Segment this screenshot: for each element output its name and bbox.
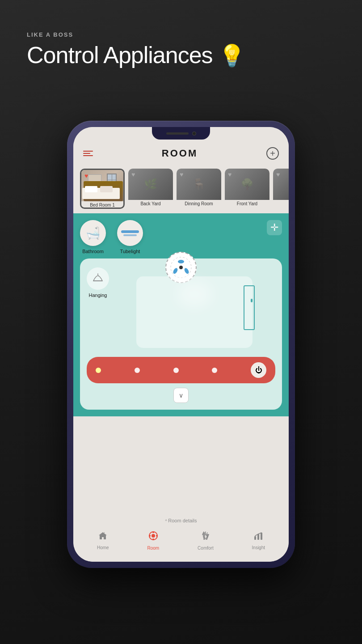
speed-dot-1[interactable] — [96, 368, 101, 373]
room-label-bedroom1: Bed Room 1 — [81, 201, 123, 208]
room-nav-icon — [148, 530, 159, 544]
svg-point-4 — [179, 266, 183, 269]
header-section: LIKE A BOSS Control Appliances 💡 — [27, 31, 245, 68]
bathroom-icon[interactable]: 🛁 — [80, 220, 106, 246]
phone-screen: ROOM + — [73, 127, 289, 562]
speaker — [166, 132, 189, 135]
bottom-section: ^ Room details Home — [73, 516, 289, 562]
room-card-extra[interactable]: ♥ — [273, 169, 289, 209]
room-label-dining: Dinning Room — [177, 200, 221, 207]
favorite-heart-bedroom1[interactable]: ♥ — [84, 172, 88, 179]
home-nav-icon — [98, 531, 108, 543]
svg-point-1 — [178, 260, 184, 263]
phone-notch — [152, 127, 210, 140]
teal-section: 🛁 Bathroom Tubelight ✛ — [73, 213, 289, 416]
svg-point-7 — [152, 534, 155, 538]
svg-point-11 — [156, 535, 158, 537]
speed-toggle-button[interactable]: ⏻ — [251, 362, 266, 378]
nav-comfort-label: Comfort — [198, 546, 214, 551]
bathroom-device: 🛁 Bathroom — [80, 220, 106, 254]
hanging-icon[interactable] — [87, 267, 109, 290]
device-icons-row: 🛁 Bathroom Tubelight ✛ — [80, 220, 282, 254]
title-text: Control Appliances 💡 — [27, 42, 245, 68]
nav-room[interactable]: Room — [143, 528, 164, 553]
fan-card: Hanging — [80, 258, 282, 410]
favorite-heart-backyard[interactable]: ♥ — [131, 171, 135, 178]
expand-icon: ∨ — [179, 392, 183, 399]
bottom-nav: Home — [73, 526, 289, 555]
favorite-heart-frontyard[interactable]: ♥ — [228, 171, 232, 178]
nav-comfort[interactable]: Comfort — [193, 528, 218, 553]
title-emoji: 💡 — [219, 44, 245, 68]
room-details-label: ^ Room details — [73, 518, 289, 523]
svg-point-10 — [149, 535, 151, 537]
nav-insight[interactable]: Insight — [248, 529, 269, 552]
tubelight-device: Tubelight — [117, 220, 143, 254]
svg-point-9 — [152, 538, 154, 540]
hanging-label: Hanging — [89, 292, 107, 298]
nav-home[interactable]: Home — [93, 529, 114, 552]
bathroom-label: Bathroom — [82, 249, 104, 254]
room-visual-area — [136, 276, 253, 348]
phone-frame: ROOM + — [67, 121, 295, 568]
room-card-dining[interactable]: 🪑 ♥ Dinning Room — [177, 169, 221, 209]
door-visual — [244, 285, 255, 330]
svg-rect-13 — [257, 534, 259, 540]
tubelight-label: Tubelight — [120, 249, 140, 254]
app-screen: ROOM + — [73, 127, 289, 562]
insight-nav-icon — [253, 531, 263, 543]
hanging-device: Hanging — [87, 267, 109, 298]
comfort-nav-icon — [200, 530, 211, 544]
speed-dot-4[interactable] — [212, 368, 217, 373]
add-room-button[interactable]: + — [266, 147, 279, 160]
favorite-heart-extra[interactable]: ♥ — [276, 171, 280, 178]
menu-button[interactable] — [83, 151, 93, 156]
speed-dot-2[interactable] — [135, 368, 140, 373]
favorite-heart-dining[interactable]: ♥ — [180, 171, 183, 178]
speed-control-bar[interactable]: ⏻ — [87, 357, 275, 383]
room-card-bedroom1[interactable]: ♥ Bed Room 1 — [80, 169, 125, 209]
svg-point-8 — [152, 531, 154, 533]
nav-room-label: Room — [147, 546, 160, 551]
nav-insight-label: Insight — [252, 545, 265, 550]
move-icon[interactable]: ✛ — [267, 220, 282, 235]
svg-rect-14 — [261, 533, 262, 540]
subtitle-text: LIKE A BOSS — [27, 31, 245, 38]
svg-rect-12 — [254, 536, 256, 540]
nav-home-label: Home — [97, 545, 109, 550]
tubelight-icon[interactable] — [117, 220, 143, 246]
room-label-frontyard: Front Yard — [225, 200, 269, 207]
room-card-backyard[interactable]: 🌿 ♥ Back Yard — [128, 169, 173, 209]
room-label-backyard: Back Yard — [128, 200, 173, 207]
speed-dot-3[interactable] — [173, 368, 179, 373]
app-title: ROOM — [162, 148, 198, 159]
room-card-frontyard[interactable]: 🌳 ♥ Front Yard — [225, 169, 269, 209]
room-list: ♥ Bed Room 1 🌿 ♥ Back Yard 🪑 ♥ — [73, 164, 289, 213]
expand-button[interactable]: ∨ — [173, 388, 189, 403]
camera — [192, 131, 196, 136]
